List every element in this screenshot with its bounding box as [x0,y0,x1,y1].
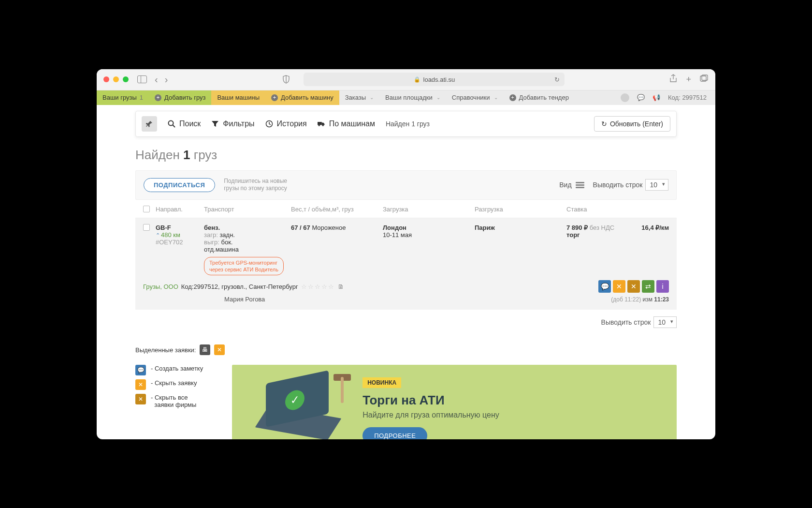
info-icon[interactable]: i [656,280,669,293]
cargo-name: Мороженое [312,224,346,231]
table-row: GB-F ⌃480 км #OEY702 бенз. загр: задн. в… [135,218,677,282]
forward-button[interactable]: › [165,74,168,85]
svg-rect-5 [318,122,322,125]
svg-point-6 [318,124,319,126]
rows-select[interactable]: 10 [645,179,668,191]
swap-icon[interactable]: ⇄ [642,280,654,293]
new-tab-icon[interactable]: + [686,75,691,85]
hide-icon[interactable]: ✕ [613,280,625,293]
add-cargo-label: Добавить груз [164,94,205,101]
col-loading[interactable]: Загрузка [383,206,475,214]
chevron-down-icon: ⌄ [370,95,374,100]
chat-icon[interactable]: 💬 [637,94,645,101]
chevron-down-icon: ⌄ [436,95,440,100]
tab-references[interactable]: Справочники⌄ [446,90,504,105]
rows-label: Выводить строк [593,181,643,189]
window-controls [103,76,129,82]
filter-bar: Поиск Фильтры История По машинам Найден … [135,111,677,137]
subscribe-button[interactable]: ПОДПИСАТЬСЯ [144,178,215,192]
firm-name[interactable]: Грузы, ООО [143,283,178,290]
selected-actions: Выделенные заявки: 🖶 ✕ [135,344,677,355]
found-count-inline: Найден 1 груз [386,120,430,128]
negotiable: торг [566,231,580,239]
col-weight[interactable]: Вес,т / объём,м³, груз [291,206,383,214]
hide-firm-legend-icon: ✕ [135,394,146,404]
tab-filters[interactable]: Фильтры [211,120,254,128]
add-vehicle-label: Добавить машину [281,94,334,101]
firm-meta: Код:2997512, грузовл., Санкт-Петербург [181,283,298,290]
add-vehicle-button[interactable]: + Добавить машину [265,90,339,105]
tab-by-vehicles[interactable]: По машинам [318,120,375,128]
price: 7 890 ₽ [566,224,590,231]
col-unloading[interactable]: Разгрузка [475,206,566,214]
col-rate[interactable]: Ставка [566,206,634,214]
controls-row: ПОДПИСАТЬСЯ Подпишитесь на новые грузы п… [135,170,677,200]
laptop-illustration: ✓ [251,377,348,439]
gps-required-badge: Требуется GPS-мониторинг через сервис АТ… [204,257,284,276]
filter-icon [211,120,219,128]
tab-your-cargo[interactable]: Ваши грузы 1 [97,90,149,105]
rows-select-bottom[interactable]: 10 [653,316,677,328]
legend-hide-all-2: заявки фирмы [154,401,196,408]
chevron-down-icon: ⌄ [494,95,498,100]
profile-icon[interactable] [621,93,629,102]
vat-info: без НДС [590,224,614,231]
price-per-km: 16,4 ₽/км [641,224,669,231]
plus-icon: + [155,94,161,101]
order-id: #OEY702 [156,239,204,246]
select-all-checkbox[interactable] [143,206,150,212]
promo-banner[interactable]: ✓ НОВИНКА Торги на АТИ Найдите для груза… [232,365,677,439]
add-tender-button[interactable]: + Добавить тендер [504,90,575,105]
privacy-shield-icon[interactable] [282,75,290,84]
refresh-button[interactable]: ↻ Обновить (Enter) [594,116,670,132]
add-cargo-button[interactable]: + Добавить груз [149,90,211,105]
banner-more-button[interactable]: ПОДРОБНЕЕ [362,427,427,439]
legend-hide-all-1: Скрыть все [155,394,188,401]
unloading-city: Париж [475,224,495,231]
plus-icon: + [509,94,516,101]
search-icon [168,120,175,128]
close-window[interactable] [103,76,109,82]
reload-icon[interactable]: ↻ [554,76,560,83]
col-transport[interactable]: Транспорт [204,206,291,214]
account-code: Код: 2997512 [668,94,707,101]
pin-button[interactable] [142,116,157,132]
svg-point-2 [169,120,174,125]
sidebar-toggle-icon[interactable] [137,75,147,83]
back-button[interactable]: ‹ [155,74,158,85]
tabs-overview-icon[interactable] [700,75,709,85]
address-bar[interactable]: 🔒 loads.ati.su ↻ [304,73,565,86]
distance: 480 км [161,231,180,239]
chevron-up-icon[interactable]: ⌃ [156,232,160,239]
refresh-icon: ↻ [601,120,607,128]
row-actions: 💬 ✕ ✕ ⇄ i [598,280,669,293]
rating-stars[interactable]: ☆☆☆☆☆ [301,283,335,290]
loading-city: Лондон [383,224,406,231]
rows-label-bottom: Выводить строк [601,318,651,326]
tab-label: Ваши машины [217,94,260,101]
row-checkbox[interactable] [143,224,150,231]
svg-point-7 [322,124,323,126]
tab-your-vehicles[interactable]: Ваши машины [211,90,265,105]
view-label: Вид [559,181,571,189]
truck-icon [318,120,325,128]
maximize-window[interactable] [123,76,129,82]
hide-firm-icon[interactable]: ✕ [627,280,640,293]
clear-selection-icon[interactable]: ✕ [214,344,225,355]
tab-history[interactable]: История [265,120,307,128]
minimize-window[interactable] [113,76,119,82]
print-icon[interactable]: 🖶 [200,344,210,355]
list-view-icon[interactable] [576,182,584,188]
note-icon[interactable]: 💬 [598,280,611,293]
share-icon[interactable] [669,74,677,85]
dedicated-vehicle: отд.машина [204,246,291,253]
loading-type: задн. [219,231,235,239]
tab-orders[interactable]: Заказы⌄ [339,90,379,105]
document-icon[interactable]: 🗎 [338,283,344,290]
announce-icon[interactable]: 📢 [652,94,660,101]
col-direction[interactable]: Направл. [156,206,204,214]
tab-platforms[interactable]: Ваши площадки⌄ [379,90,446,105]
tab-search[interactable]: Поиск [168,120,201,128]
row-footer: Грузы, ООО Код:2997512, грузовл., Санкт-… [135,280,677,310]
unloading-type: бок. [221,239,232,246]
